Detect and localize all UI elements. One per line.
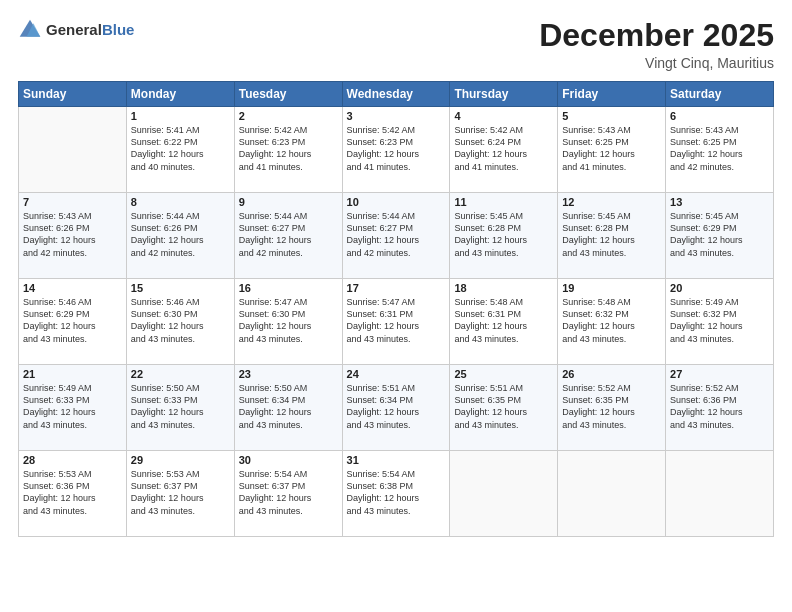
table-cell: 11Sunrise: 5:45 AM Sunset: 6:28 PM Dayli…: [450, 193, 558, 279]
day-number: 27: [670, 368, 769, 380]
table-cell: 3Sunrise: 5:42 AM Sunset: 6:23 PM Daylig…: [342, 107, 450, 193]
table-cell: [666, 451, 774, 537]
header-friday: Friday: [558, 82, 666, 107]
day-number: 6: [670, 110, 769, 122]
table-cell: [558, 451, 666, 537]
day-number: 20: [670, 282, 769, 294]
table-cell: 27Sunrise: 5:52 AM Sunset: 6:36 PM Dayli…: [666, 365, 774, 451]
day-info: Sunrise: 5:42 AM Sunset: 6:23 PM Dayligh…: [239, 124, 338, 173]
table-cell: 10Sunrise: 5:44 AM Sunset: 6:27 PM Dayli…: [342, 193, 450, 279]
day-info: Sunrise: 5:47 AM Sunset: 6:31 PM Dayligh…: [347, 296, 446, 345]
header-saturday: Saturday: [666, 82, 774, 107]
table-cell: [450, 451, 558, 537]
day-info: Sunrise: 5:51 AM Sunset: 6:35 PM Dayligh…: [454, 382, 553, 431]
day-number: 4: [454, 110, 553, 122]
day-number: 15: [131, 282, 230, 294]
logo-blue: Blue: [102, 21, 135, 38]
day-info: Sunrise: 5:49 AM Sunset: 6:32 PM Dayligh…: [670, 296, 769, 345]
day-info: Sunrise: 5:50 AM Sunset: 6:33 PM Dayligh…: [131, 382, 230, 431]
day-info: Sunrise: 5:43 AM Sunset: 6:25 PM Dayligh…: [562, 124, 661, 173]
table-cell: 19Sunrise: 5:48 AM Sunset: 6:32 PM Dayli…: [558, 279, 666, 365]
day-info: Sunrise: 5:54 AM Sunset: 6:37 PM Dayligh…: [239, 468, 338, 517]
week-row-0: 1Sunrise: 5:41 AM Sunset: 6:22 PM Daylig…: [19, 107, 774, 193]
table-cell: 9Sunrise: 5:44 AM Sunset: 6:27 PM Daylig…: [234, 193, 342, 279]
table-cell: 21Sunrise: 5:49 AM Sunset: 6:33 PM Dayli…: [19, 365, 127, 451]
table-cell: 18Sunrise: 5:48 AM Sunset: 6:31 PM Dayli…: [450, 279, 558, 365]
table-cell: 8Sunrise: 5:44 AM Sunset: 6:26 PM Daylig…: [126, 193, 234, 279]
day-info: Sunrise: 5:53 AM Sunset: 6:36 PM Dayligh…: [23, 468, 122, 517]
day-number: 25: [454, 368, 553, 380]
day-info: Sunrise: 5:52 AM Sunset: 6:36 PM Dayligh…: [670, 382, 769, 431]
day-number: 30: [239, 454, 338, 466]
day-number: 5: [562, 110, 661, 122]
table-cell: 24Sunrise: 5:51 AM Sunset: 6:34 PM Dayli…: [342, 365, 450, 451]
week-row-3: 21Sunrise: 5:49 AM Sunset: 6:33 PM Dayli…: [19, 365, 774, 451]
day-info: Sunrise: 5:51 AM Sunset: 6:34 PM Dayligh…: [347, 382, 446, 431]
day-number: 23: [239, 368, 338, 380]
table-cell: 1Sunrise: 5:41 AM Sunset: 6:22 PM Daylig…: [126, 107, 234, 193]
table-cell: [19, 107, 127, 193]
table-cell: 7Sunrise: 5:43 AM Sunset: 6:26 PM Daylig…: [19, 193, 127, 279]
day-number: 2: [239, 110, 338, 122]
day-info: Sunrise: 5:42 AM Sunset: 6:24 PM Dayligh…: [454, 124, 553, 173]
day-number: 16: [239, 282, 338, 294]
table-cell: 23Sunrise: 5:50 AM Sunset: 6:34 PM Dayli…: [234, 365, 342, 451]
table-cell: 4Sunrise: 5:42 AM Sunset: 6:24 PM Daylig…: [450, 107, 558, 193]
day-info: Sunrise: 5:45 AM Sunset: 6:28 PM Dayligh…: [562, 210, 661, 259]
title-block: December 2025 Vingt Cinq, Mauritius: [539, 18, 774, 71]
day-number: 19: [562, 282, 661, 294]
day-info: Sunrise: 5:44 AM Sunset: 6:27 PM Dayligh…: [239, 210, 338, 259]
day-number: 1: [131, 110, 230, 122]
day-number: 18: [454, 282, 553, 294]
day-number: 26: [562, 368, 661, 380]
week-row-2: 14Sunrise: 5:46 AM Sunset: 6:29 PM Dayli…: [19, 279, 774, 365]
table-cell: 12Sunrise: 5:45 AM Sunset: 6:28 PM Dayli…: [558, 193, 666, 279]
week-row-4: 28Sunrise: 5:53 AM Sunset: 6:36 PM Dayli…: [19, 451, 774, 537]
table-cell: 30Sunrise: 5:54 AM Sunset: 6:37 PM Dayli…: [234, 451, 342, 537]
day-number: 17: [347, 282, 446, 294]
location: Vingt Cinq, Mauritius: [539, 55, 774, 71]
table-cell: 16Sunrise: 5:47 AM Sunset: 6:30 PM Dayli…: [234, 279, 342, 365]
day-info: Sunrise: 5:44 AM Sunset: 6:26 PM Dayligh…: [131, 210, 230, 259]
table-cell: 28Sunrise: 5:53 AM Sunset: 6:36 PM Dayli…: [19, 451, 127, 537]
day-info: Sunrise: 5:54 AM Sunset: 6:38 PM Dayligh…: [347, 468, 446, 517]
day-number: 24: [347, 368, 446, 380]
day-info: Sunrise: 5:45 AM Sunset: 6:28 PM Dayligh…: [454, 210, 553, 259]
calendar-header-row: Sunday Monday Tuesday Wednesday Thursday…: [19, 82, 774, 107]
day-number: 9: [239, 196, 338, 208]
day-number: 3: [347, 110, 446, 122]
table-cell: 20Sunrise: 5:49 AM Sunset: 6:32 PM Dayli…: [666, 279, 774, 365]
header-sunday: Sunday: [19, 82, 127, 107]
logo-text: GeneralBlue: [46, 21, 134, 39]
day-info: Sunrise: 5:45 AM Sunset: 6:29 PM Dayligh…: [670, 210, 769, 259]
day-info: Sunrise: 5:48 AM Sunset: 6:31 PM Dayligh…: [454, 296, 553, 345]
table-cell: 15Sunrise: 5:46 AM Sunset: 6:30 PM Dayli…: [126, 279, 234, 365]
day-info: Sunrise: 5:41 AM Sunset: 6:22 PM Dayligh…: [131, 124, 230, 173]
day-number: 10: [347, 196, 446, 208]
day-number: 29: [131, 454, 230, 466]
page: GeneralBlue December 2025 Vingt Cinq, Ma…: [0, 0, 792, 612]
header-monday: Monday: [126, 82, 234, 107]
table-cell: 25Sunrise: 5:51 AM Sunset: 6:35 PM Dayli…: [450, 365, 558, 451]
header-thursday: Thursday: [450, 82, 558, 107]
table-cell: 13Sunrise: 5:45 AM Sunset: 6:29 PM Dayli…: [666, 193, 774, 279]
table-cell: 6Sunrise: 5:43 AM Sunset: 6:25 PM Daylig…: [666, 107, 774, 193]
day-info: Sunrise: 5:47 AM Sunset: 6:30 PM Dayligh…: [239, 296, 338, 345]
header-wednesday: Wednesday: [342, 82, 450, 107]
day-number: 12: [562, 196, 661, 208]
day-info: Sunrise: 5:44 AM Sunset: 6:27 PM Dayligh…: [347, 210, 446, 259]
header-tuesday: Tuesday: [234, 82, 342, 107]
day-info: Sunrise: 5:43 AM Sunset: 6:26 PM Dayligh…: [23, 210, 122, 259]
day-info: Sunrise: 5:49 AM Sunset: 6:33 PM Dayligh…: [23, 382, 122, 431]
day-number: 13: [670, 196, 769, 208]
day-number: 8: [131, 196, 230, 208]
table-cell: 5Sunrise: 5:43 AM Sunset: 6:25 PM Daylig…: [558, 107, 666, 193]
day-number: 11: [454, 196, 553, 208]
day-info: Sunrise: 5:46 AM Sunset: 6:29 PM Dayligh…: [23, 296, 122, 345]
logo: GeneralBlue: [18, 18, 134, 42]
day-number: 14: [23, 282, 122, 294]
day-number: 31: [347, 454, 446, 466]
day-info: Sunrise: 5:50 AM Sunset: 6:34 PM Dayligh…: [239, 382, 338, 431]
table-cell: 31Sunrise: 5:54 AM Sunset: 6:38 PM Dayli…: [342, 451, 450, 537]
logo-general: General: [46, 21, 102, 38]
